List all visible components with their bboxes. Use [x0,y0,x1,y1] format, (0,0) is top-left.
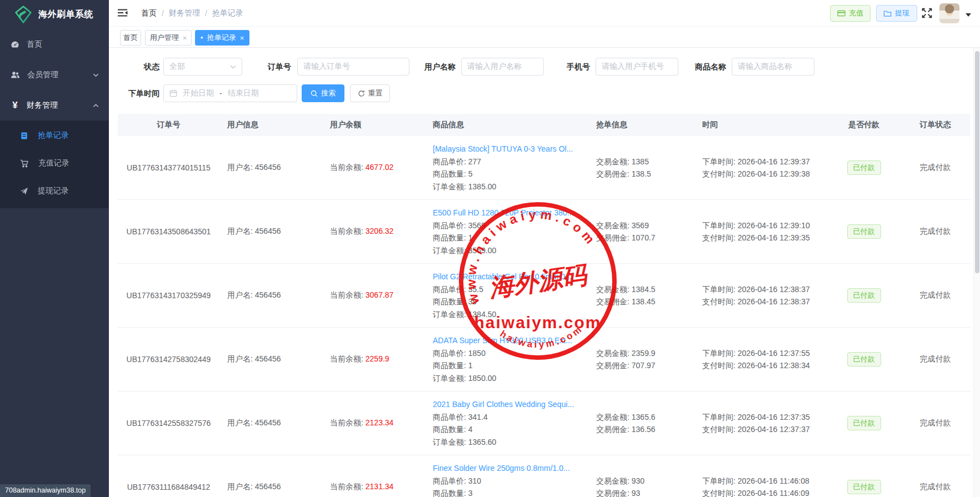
product-unit-price: 商品单价: 277 [433,155,584,168]
phone-input[interactable]: 请输入用户手机号 [596,58,678,76]
product-link[interactable]: [Malaysia Stock] TUTUYA 0-3 Years Ol... [433,143,584,155]
sidebar-item-members[interactable]: 会员管理 [0,59,109,90]
product-qty: 商品数量: 3 [433,487,584,497]
order-status: 完成付款 [900,482,971,492]
product-name-input[interactable]: 请输入商品名称 [732,58,814,76]
order-no: UB17763142758302449 [118,355,219,364]
filter-panel: 状态 全部 订单号 请输入订单号 用户名称 请输入用户名称 手机号 请输入用户手… [109,48,980,113]
paid-badge: 已付款 [847,288,881,303]
scrollbar-thumb[interactable] [975,51,979,273]
product-link[interactable]: Pilot G2 Retractable Gel Pen 0.5mm 0... [433,270,584,283]
caret-down-icon[interactable] [966,13,971,17]
order-status: 完成付款 [900,418,971,428]
trade-amount: 交易金额: 1365.6 [596,411,690,424]
card-icon [837,9,846,17]
order-time: 下单时间: 2026-04-16 12:37:55 [702,347,820,360]
order-status: 完成付款 [900,163,971,173]
order-no: UB17763143774015115 [118,163,219,172]
sidebar-item-home[interactable]: 首页 [0,29,109,59]
paid-cell: 已付款 [828,352,900,367]
balance-value: 3067.87 [366,290,394,299]
product-unit-price: 商品单价: 3569 [433,219,584,232]
sidebar-item-grab-records[interactable]: 抢单记录 [0,122,109,149]
placeholder: 请输入订单号 [303,62,350,72]
sidebar-item-recharge-records[interactable]: 充值记录 [0,149,109,177]
product-link[interactable]: ADATA Super Slim HV320 USB3.0 Ext... [433,334,584,347]
reset-label: 重置 [368,88,383,98]
chevron-up-icon [93,103,99,108]
collapse-menu-icon[interactable] [118,8,128,17]
reset-button[interactable]: 重置 [350,84,390,102]
user-name-input[interactable]: 请输入用户名称 [461,58,544,76]
withdraw-label: 提现 [895,8,909,18]
sidebar-item-finance[interactable]: ¥ 财务管理 [0,90,109,121]
col-order-no: 订单号 [118,120,219,130]
tab-grab-records[interactable]: ● 抢单记录 × [195,30,249,46]
grab-info: 交易金额: 2359.9 交易佣金: 707.97 [592,347,694,372]
sidebar-item-label: 抢单记录 [38,130,69,140]
order-status: 完成付款 [900,227,971,237]
col-user-info: 用户信息 [219,120,322,130]
yen-icon: ¥ [11,100,19,111]
breadcrumb-finance[interactable]: 财务管理 [169,8,200,18]
time-info: 下单时间: 2026-04-16 11:46:08 支付时间: 2026-04-… [694,475,828,497]
paid-cell: 已付款 [828,160,900,175]
col-product-info: 商品信息 [425,120,592,130]
users-icon [11,71,20,79]
table-row: UB17763143508643501 用户名: 456456 当前余额: 32… [118,200,971,264]
table-row: UB17763111684849412 用户名: 456456 当前余额: 21… [118,455,971,497]
product-name-label: 商品名称 [687,58,726,76]
product-qty: 商品数量: 1 [433,359,584,372]
breadcrumb-home[interactable]: 首页 [141,8,157,18]
search-icon [311,90,318,97]
finance-submenu: 抢单记录 充值记录 提现记录 [0,121,109,208]
status-select[interactable]: 全部 [163,58,242,76]
product-link[interactable]: 2021 Baby Girl Clothes Wedding Sequi... [433,398,584,411]
breadcrumb-separator: / [205,9,207,18]
grab-info: 交易金额: 1385 交易佣金: 138.5 [592,155,694,180]
tab-home[interactable]: 首页 [120,30,141,46]
col-time: 时间 [694,120,828,130]
trade-amount: 交易金额: 930 [596,475,690,488]
sidebar-item-withdraw-records[interactable]: 提现记录 [0,177,109,205]
grab-info: 交易金额: 1365.6 交易佣金: 136.56 [592,411,694,436]
product-unit-price: 商品单价: 341.4 [433,411,584,424]
pay-time: 支付时间: 2026-04-16 12:38:34 [702,359,820,372]
product-link[interactable]: E500 Full HD 1280 720P Projector 380... [433,207,584,219]
user-balance: 当前余额: 3067.87 [322,290,425,300]
cart-icon [20,159,29,168]
app-logo: 海外刷单系统 [0,0,109,29]
fullscreen-icon[interactable] [922,8,932,18]
search-button[interactable]: 搜索 [302,84,344,102]
order-status: 完成付款 [900,290,971,300]
wallet-icon [883,9,892,17]
trade-amount: 交易金额: 2359.9 [596,347,690,360]
order-amount: 订单金额: 1850.00 [433,372,584,385]
recharge-button[interactable]: 充值 [830,5,871,22]
close-icon[interactable]: × [183,34,187,42]
dashboard-icon [11,40,19,49]
user-balance: 当前余额: 2259.9 [322,354,425,364]
table-row: UB17763142758302449 用户名: 456456 当前余额: 22… [118,328,971,391]
balance-label: 当前余额: [330,290,366,299]
product-link[interactable]: Finex Solder Wire 250gms 0.8mm/1.0... [433,462,584,475]
trade-commission: 交易佣金: 136.56 [596,423,690,436]
order-no: UB17763111684849412 [118,483,219,491]
trade-amount: 交易金额: 1385 [596,155,690,168]
sidebar-item-label: 充值记录 [38,158,69,168]
top-bar: 首页 / 财务管理 / 抢单记录 充值 提现 [109,0,980,27]
paid-cell: 已付款 [828,480,900,494]
pay-time: 支付时间: 2026-04-16 12:37:37 [702,423,820,436]
date-range-input[interactable]: 开始日期 - 结束日期 [163,84,297,102]
tab-user-management[interactable]: 用户管理 × [145,30,192,46]
withdraw-button[interactable]: 提现 [876,5,917,22]
user-balance: 当前余额: 2123.34 [322,418,425,428]
order-status: 完成付款 [900,354,971,364]
status-bar-link: 708admin.haiwaiym38.top [0,484,91,497]
time-info: 下单时间: 2026-04-16 12:39:37 支付时间: 2026-04-… [694,155,828,180]
order-no-input[interactable]: 请输入订单号 [297,58,409,76]
avatar[interactable] [939,3,959,23]
close-icon[interactable]: × [240,34,244,42]
status-label: 状态 [121,58,159,76]
paid-cell: 已付款 [828,288,900,303]
